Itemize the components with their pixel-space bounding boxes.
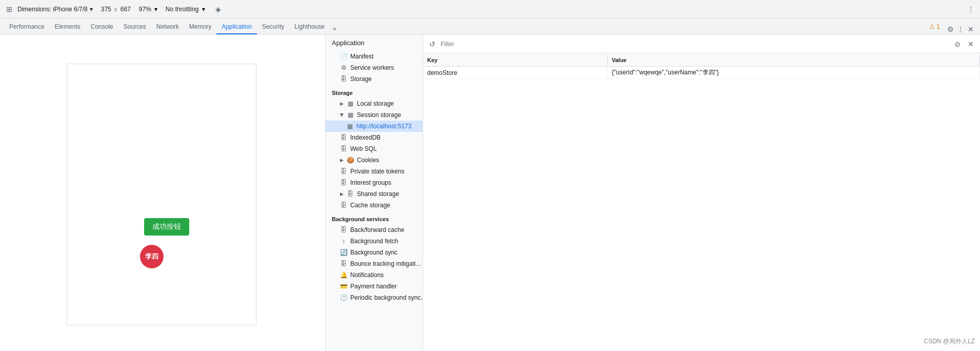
sidebar-item-service-workers[interactable]: ⚙ Service workers xyxy=(326,62,423,73)
notifications-label: Notifications xyxy=(350,271,384,279)
sidebar-item-manifest[interactable]: 📄 Manifest xyxy=(326,51,423,62)
manifest-label: Manifest xyxy=(350,53,373,60)
chevron-down-icon: ▾ xyxy=(90,6,93,13)
interest-groups-icon: 🗄 xyxy=(340,179,347,186)
sidebar-item-indexeddb[interactable]: 🗄 IndexedDB xyxy=(326,132,423,143)
red-circle: 李四 xyxy=(140,245,164,268)
sidebar-item-local-storage[interactable]: ▶ ▦ Local storage xyxy=(326,98,423,109)
tab-console[interactable]: Console xyxy=(86,20,118,34)
manifest-icon: 📄 xyxy=(340,53,347,60)
bounce-tracking-icon: 🗄 xyxy=(340,260,347,267)
session-storage-url-icon: ▦ xyxy=(346,123,353,130)
devtools-panel: Application 📄 Manifest ⚙ Service workers… xyxy=(326,35,980,351)
cookies-triangle-icon: ▶ xyxy=(340,158,344,163)
cache-storage-icon: 🗄 xyxy=(340,202,347,209)
indexeddb-label: IndexedDB xyxy=(350,134,381,141)
sidebar-item-shared-storage[interactable]: ▶ 🗄 Shared storage xyxy=(326,188,423,200)
throttle-chevron-icon: ▾ xyxy=(202,6,205,13)
top-toolbar: ⊞ Dimensions: iPhone 6/7/8 ▾ 375 x 667 9… xyxy=(0,0,980,18)
cookies-icon: 🍪 xyxy=(347,157,354,164)
sidebar-item-cache-storage[interactable]: 🗄 Cache storage xyxy=(326,200,423,211)
back-forward-icon: 🗄 xyxy=(340,226,347,233)
device-label: Dimensions: iPhone 6/7/8 xyxy=(17,6,88,13)
page-preview: 成功按钮 李四 xyxy=(0,35,326,351)
filter-input[interactable] xyxy=(441,41,949,48)
local-storage-icon: ▦ xyxy=(347,100,354,107)
indexeddb-icon: 🗄 xyxy=(340,134,347,141)
sidebar-item-payment-handler[interactable]: 💳 Payment handler xyxy=(326,281,423,292)
table-header: Key Value xyxy=(423,53,980,67)
th-value: Value xyxy=(608,55,980,65)
bg-fetch-label: Background fetch xyxy=(350,238,398,245)
width-value: 375 xyxy=(101,6,111,13)
tab-elements[interactable]: Elements xyxy=(50,20,86,34)
tab-application[interactable]: Application xyxy=(216,20,257,34)
shared-storage-icon: 🗄 xyxy=(347,190,354,198)
sidebar-item-web-sql[interactable]: 🗄 Web SQL xyxy=(326,143,423,154)
clear-filter-icon[interactable]: ⊘ xyxy=(952,39,963,49)
throttle-value: No throttling xyxy=(166,6,199,13)
x-label: x xyxy=(114,6,117,13)
sidebar-item-session-storage-url[interactable]: ▦ http://localhost:5173 xyxy=(326,121,423,132)
tab-lighthouse[interactable]: Lighthouse xyxy=(289,20,330,34)
success-button[interactable]: 成功按钮 xyxy=(144,218,189,236)
application-label: Application xyxy=(332,39,365,47)
sidebar-item-background-sync[interactable]: 🔄 Background sync xyxy=(326,247,423,258)
sidebar-item-background-fetch[interactable]: ↕ Background fetch xyxy=(326,236,423,247)
refresh-icon[interactable]: ↺ xyxy=(427,39,437,49)
tab-performance[interactable]: Performance xyxy=(4,20,50,34)
tab-network[interactable]: Network xyxy=(151,20,184,34)
height-value: 667 xyxy=(121,6,131,13)
application-header: Application xyxy=(326,35,423,51)
sensor-icon[interactable]: ◈ xyxy=(213,4,224,14)
table-row[interactable]: demoStore {"userId":"wqewqe","userName":… xyxy=(423,67,980,79)
back-forward-label: Back/forward cache xyxy=(350,226,404,233)
page-frame: 成功按钮 李四 xyxy=(67,64,256,325)
customize-icon[interactable]: ⋮ xyxy=(955,24,966,34)
td-value: {"userId":"wqewqe","userName":"李四"} xyxy=(608,67,980,79)
sidebar-item-interest-groups[interactable]: 🗄 Interest groups xyxy=(326,177,423,188)
tab-sources[interactable]: Sources xyxy=(118,20,151,34)
storage-section-label: Storage xyxy=(326,85,423,98)
payment-handler-label: Payment handler xyxy=(350,283,397,290)
main-content: 成功按钮 李四 Application 📄 Manifest ⚙ Service… xyxy=(0,35,980,351)
sidebar-item-session-storage[interactable]: ▶ ▦ Session storage xyxy=(326,109,423,121)
sidebar: Application 📄 Manifest ⚙ Service workers… xyxy=(326,35,423,351)
more-tabs-icon[interactable]: » xyxy=(330,23,339,34)
sidebar-item-private-state-tokens[interactable]: 🗄 Private state tokens xyxy=(326,166,423,177)
tab-security[interactable]: Security xyxy=(257,20,289,34)
warning-badge[interactable]: ⚠ 1 xyxy=(924,20,945,34)
service-workers-icon: ⚙ xyxy=(340,64,347,71)
local-storage-label: Local storage xyxy=(357,100,394,107)
sidebar-item-notifications[interactable]: 🔔 Notifications xyxy=(326,269,423,281)
tab-memory[interactable]: Memory xyxy=(184,20,216,34)
triangle-right-icon: ▶ xyxy=(340,101,344,106)
responsive-icon[interactable]: ⊞ xyxy=(4,4,14,14)
session-storage-label: Session storage xyxy=(357,111,401,119)
sidebar-item-cookies[interactable]: ▶ 🍪 Cookies xyxy=(326,154,423,166)
storage-label: Storage xyxy=(350,75,372,83)
session-storage-url-label: http://localhost:5173 xyxy=(356,123,411,130)
td-key: demoStore xyxy=(423,68,608,78)
bounce-tracking-label: Bounce tracking mitigati… xyxy=(350,260,422,267)
device-selector[interactable]: Dimensions: iPhone 6/7/8 ▾ xyxy=(17,6,93,13)
close-panel-icon[interactable]: ✕ xyxy=(966,39,976,49)
interest-groups-label: Interest groups xyxy=(350,179,391,186)
storage-icon: 🗄 xyxy=(340,75,347,83)
devtools-tabs: Performance Elements Console Sources Net… xyxy=(0,18,980,35)
close-devtools-icon[interactable]: ✕ xyxy=(966,24,976,34)
periodic-bg-sync-icon: 🕐 xyxy=(340,294,347,301)
cookies-label: Cookies xyxy=(357,157,379,164)
private-state-icon: 🗄 xyxy=(340,168,347,175)
more-options-icon[interactable]: ⋮ xyxy=(966,4,976,14)
th-key: Key xyxy=(423,55,608,65)
service-workers-label: Service workers xyxy=(350,64,394,71)
zoom-chevron-icon: ▾ xyxy=(154,6,157,13)
sidebar-item-storage[interactable]: 🗄 Storage xyxy=(326,73,423,85)
cache-storage-label: Cache storage xyxy=(350,202,390,209)
sidebar-item-back-forward-cache[interactable]: 🗄 Back/forward cache xyxy=(326,224,423,236)
settings-icon[interactable]: ⚙ xyxy=(945,24,955,34)
sidebar-item-periodic-bg-sync[interactable]: 🕐 Periodic background sync… xyxy=(326,292,423,303)
web-sql-icon: 🗄 xyxy=(340,145,347,152)
sidebar-item-bounce-tracking[interactable]: 🗄 Bounce tracking mitigati… xyxy=(326,258,423,269)
